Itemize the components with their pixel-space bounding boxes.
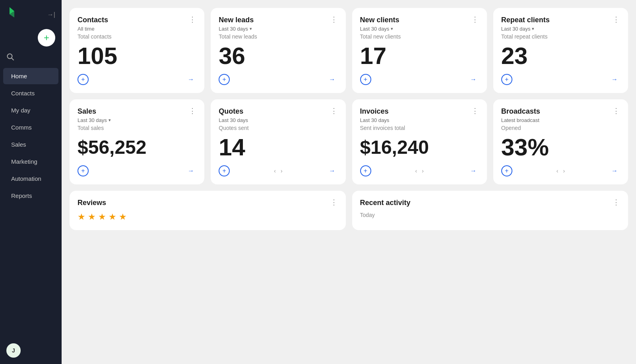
broadcasts-card-header: Broadcasts ⋮ xyxy=(501,107,620,116)
new-leads-card-value: 36 xyxy=(219,43,337,69)
sales-card: Sales ⋮ Last 30 days ▾ Total sales $56,2… xyxy=(70,99,204,184)
sales-card-subtitle: Total sales xyxy=(78,125,196,131)
new-leads-card-title: New leads xyxy=(219,16,254,24)
new-leads-card-subtitle: Total new leads xyxy=(219,33,337,40)
sales-card-title: Sales xyxy=(78,107,96,116)
row-3-grid: Reviews ⋮ ★ ★ ★ ★ ★ Recent activity ⋮ To… xyxy=(70,191,628,230)
reviews-card: Reviews ⋮ ★ ★ ★ ★ ★ xyxy=(70,191,346,230)
new-leads-add-button[interactable]: + xyxy=(219,74,230,85)
app-logo xyxy=(6,6,19,23)
contacts-card-header: Contacts ⋮ xyxy=(78,16,196,24)
invoices-next-button[interactable]: › xyxy=(420,166,425,176)
invoices-card-value: $16,240 xyxy=(360,134,479,161)
sidebar-item-automation[interactable]: Automation xyxy=(3,170,58,187)
quotes-card-footer: + ‹ › → xyxy=(219,161,337,176)
sales-arrow-button[interactable]: → xyxy=(185,165,196,176)
new-leads-card-menu[interactable]: ⋮ xyxy=(330,16,338,23)
avatar[interactable]: J xyxy=(6,343,21,358)
sidebar-item-reports[interactable]: Reports xyxy=(3,188,58,204)
sales-card-menu[interactable]: ⋮ xyxy=(189,107,196,114)
new-clients-card-header: New clients ⋮ xyxy=(360,16,479,24)
invoices-card: Invoices ⋮ Last 30 days Sent invoices to… xyxy=(352,99,487,184)
new-clients-add-button[interactable]: + xyxy=(360,74,371,85)
new-clients-card-title: New clients xyxy=(360,16,399,24)
new-leads-arrow-button[interactable]: → xyxy=(327,74,338,85)
new-clients-card-footer: + → xyxy=(360,69,479,85)
repeat-clients-card-subtitle: Total repeat clients xyxy=(501,33,620,40)
repeat-clients-period-chevron: ▾ xyxy=(532,26,534,31)
nav-items: Home Contacts My day Comms Sales Marketi… xyxy=(0,67,62,337)
sidebar-footer: J xyxy=(0,337,62,364)
sales-card-header: Sales ⋮ xyxy=(78,107,196,116)
broadcasts-next-button[interactable]: › xyxy=(561,166,566,176)
new-clients-arrow-button[interactable]: → xyxy=(468,74,479,85)
broadcasts-card-value: 33% xyxy=(501,134,620,161)
broadcasts-prev-button[interactable]: ‹ xyxy=(555,166,560,176)
invoices-card-period: Last 30 days xyxy=(360,117,479,123)
add-button[interactable]: + xyxy=(38,29,55,46)
reviews-card-menu[interactable]: ⋮ xyxy=(330,199,338,206)
sidebar-item-sales[interactable]: Sales xyxy=(3,136,58,153)
broadcasts-nav-arrows: ‹ › xyxy=(555,166,566,176)
quotes-prev-button[interactable]: ‹ xyxy=(272,166,277,176)
recent-activity-today: Today xyxy=(360,212,620,218)
repeat-clients-card-title: Repeat clients xyxy=(501,16,550,24)
invoices-card-menu[interactable]: ⋮ xyxy=(471,107,479,114)
quotes-add-button[interactable]: + xyxy=(219,165,230,176)
star-4: ★ xyxy=(109,212,116,222)
recent-activity-card-menu[interactable]: ⋮ xyxy=(613,199,620,206)
contacts-card-subtitle: Total contacts xyxy=(78,33,196,40)
new-leads-card: New leads ⋮ Last 30 days ▾ Total new lea… xyxy=(211,8,345,93)
sidebar-item-comms[interactable]: Comms xyxy=(3,119,58,136)
broadcasts-arrow-button[interactable]: → xyxy=(609,165,620,176)
sales-card-footer: + → xyxy=(78,161,196,176)
broadcasts-card-menu[interactable]: ⋮ xyxy=(613,107,620,114)
sales-card-period[interactable]: Last 30 days ▾ xyxy=(78,117,196,123)
quotes-card: Quotes ⋮ Last 30 days Quotes sent 14 + ‹… xyxy=(211,99,345,184)
new-clients-card-period[interactable]: Last 30 days ▾ xyxy=(360,26,479,32)
main-content: Contacts ⋮ All time Total contacts 105 +… xyxy=(62,0,636,364)
sidebar-item-home[interactable]: Home xyxy=(3,68,58,84)
quotes-arrow-button[interactable]: → xyxy=(327,165,338,176)
reviews-card-header: Reviews ⋮ xyxy=(78,199,338,207)
contacts-card-title: Contacts xyxy=(78,16,108,24)
new-leads-card-header: New leads ⋮ xyxy=(219,16,337,24)
repeat-clients-card-footer: + → xyxy=(501,69,620,85)
invoices-card-footer: + ‹ › → xyxy=(360,161,479,176)
star-5: ★ xyxy=(119,212,127,222)
sales-add-button[interactable]: + xyxy=(78,165,89,176)
star-1: ★ xyxy=(78,212,85,222)
contacts-add-button[interactable]: + xyxy=(78,74,89,85)
row-1-grid: Contacts ⋮ All time Total contacts 105 +… xyxy=(70,8,628,93)
new-leads-card-period[interactable]: Last 30 days ▾ xyxy=(219,26,337,32)
repeat-clients-card-period[interactable]: Last 30 days ▾ xyxy=(501,26,620,32)
sidebar-item-contacts[interactable]: Contacts xyxy=(3,85,58,101)
new-clients-card-menu[interactable]: ⋮ xyxy=(471,16,479,23)
quotes-card-header: Quotes ⋮ xyxy=(219,107,337,116)
sidebar-item-marketing[interactable]: Marketing xyxy=(3,153,58,170)
broadcasts-card-title: Broadcasts xyxy=(501,107,540,116)
broadcasts-card-subtitle: Opened xyxy=(501,125,620,131)
contacts-card-value: 105 xyxy=(78,43,196,69)
quotes-card-menu[interactable]: ⋮ xyxy=(330,107,338,114)
contacts-arrow-button[interactable]: → xyxy=(185,74,196,85)
invoices-arrow-button[interactable]: → xyxy=(468,165,479,176)
repeat-clients-arrow-button[interactable]: → xyxy=(609,74,620,85)
new-leads-card-footer: + → xyxy=(219,69,337,85)
repeat-clients-add-button[interactable]: + xyxy=(501,74,512,85)
invoices-prev-button[interactable]: ‹ xyxy=(413,166,419,176)
quotes-next-button[interactable]: › xyxy=(279,166,284,176)
repeat-clients-card-menu[interactable]: ⋮ xyxy=(613,16,620,23)
contacts-card-menu[interactable]: ⋮ xyxy=(189,16,196,23)
invoices-add-button[interactable]: + xyxy=(360,165,371,176)
collapse-button[interactable]: →| xyxy=(47,11,55,18)
row-2-grid: Sales ⋮ Last 30 days ▾ Total sales $56,2… xyxy=(70,99,628,184)
invoices-card-title: Invoices xyxy=(360,107,389,116)
sidebar-item-myday[interactable]: My day xyxy=(3,102,58,118)
search-button[interactable] xyxy=(0,50,62,64)
reviews-card-title: Reviews xyxy=(78,199,106,207)
recent-activity-card-header: Recent activity ⋮ xyxy=(360,199,620,207)
sales-card-value: $56,252 xyxy=(78,134,196,161)
broadcasts-add-button[interactable]: + xyxy=(501,165,512,176)
recent-activity-card-title: Recent activity xyxy=(360,199,411,207)
